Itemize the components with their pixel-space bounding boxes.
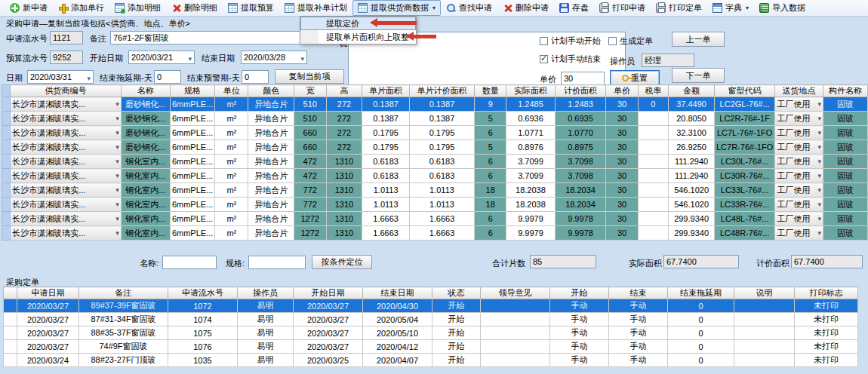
table-cell[interactable]: 未打印 (795, 354, 858, 367)
table-cell[interactable]: 工厂使用 (775, 212, 823, 226)
table-cell[interactable]: 111.2940 (669, 169, 715, 183)
table-cell[interactable]: 89#37-39F窗固玻 (79, 299, 168, 313)
table-cell[interactable]: 0 (668, 299, 734, 313)
table-cell[interactable]: 3.7098 (555, 155, 606, 169)
table-row[interactable]: 2020/03/2787#31-34F窗固玻1074易明2020/03/2720… (4, 313, 858, 326)
table-cell[interactable]: 开始 (432, 354, 481, 367)
table-cell[interactable]: 0 (668, 340, 734, 354)
table-cell[interactable]: 1272 (294, 226, 327, 241)
table-cell[interactable]: 长沙市潇湘玻璃实... (11, 169, 121, 183)
table-cell[interactable] (4, 340, 17, 354)
table-row[interactable]: 长沙市潇湘玻璃实...磨砂钢化...6mmPLE...m²异地合片6602720… (2, 140, 868, 155)
column-header[interactable]: 送货地点 (775, 85, 823, 97)
table-cell[interactable] (2, 97, 11, 112)
table-cell[interactable]: 299.9340 (669, 226, 715, 241)
table-cell[interactable]: 1.0113 (409, 198, 474, 212)
table-cell[interactable]: 手动 (609, 299, 668, 313)
end-warn-field[interactable]: 0 (242, 70, 269, 84)
table-cell[interactable] (4, 326, 17, 340)
table-cell[interactable]: LC33L-76#... (715, 183, 775, 198)
reset-button[interactable]: 重置 (610, 70, 660, 86)
table-cell[interactable]: 6 (475, 126, 506, 140)
column-header[interactable] (2, 85, 11, 97)
table-cell[interactable]: 6mmPLE... (170, 212, 214, 226)
table-cell[interactable]: 异地合片 (248, 97, 294, 112)
table-cell[interactable]: 手动 (550, 313, 609, 326)
column-header[interactable]: 说明 (734, 287, 795, 299)
table-cell[interactable]: 1.0113 (409, 183, 474, 198)
toolbar-button-9[interactable]: 删除申请 (497, 0, 554, 16)
toolbar-button-13[interactable]: 字典▾ (707, 0, 754, 16)
table-cell[interactable]: 2020/03/27 (17, 299, 79, 313)
table-cell[interactable]: LC7R-76#-1FO (715, 140, 775, 155)
table-cell[interactable]: 易明 (238, 340, 294, 354)
table-cell[interactable]: 开始 (432, 313, 481, 326)
column-header[interactable]: 状态 (432, 287, 481, 299)
table-cell[interactable]: 1272 (294, 212, 327, 226)
table-cell[interactable] (638, 140, 668, 155)
table-cell[interactable]: 2020/03/27 (17, 326, 79, 340)
table-row[interactable]: 长沙市潇湘玻璃实...钢化室内...6mmPLE...m²异地合片4721310… (2, 155, 868, 169)
toolbar-button-11[interactable]: 打印申请 (594, 0, 651, 16)
toolbar-button-12[interactable]: 打印定单 (651, 0, 707, 16)
table-cell[interactable] (638, 183, 668, 198)
table-cell[interactable]: 1310 (326, 183, 362, 198)
column-header[interactable]: 单片计价面积 (409, 85, 474, 97)
table-row[interactable]: 长沙市潇湘玻璃实...钢化室内...6mmPLE...m²异地合片4721310… (2, 169, 868, 183)
table-cell[interactable]: 工厂使用 (775, 97, 823, 112)
table-cell[interactable]: 0.1795 (409, 126, 474, 140)
table-cell[interactable]: 2020/03/25 (294, 354, 363, 367)
table-cell[interactable]: 长沙市潇湘玻璃实... (11, 212, 121, 226)
table-cell[interactable]: 异地合片 (248, 169, 294, 183)
copy-current-button[interactable]: 复制当前项 (275, 69, 344, 84)
table-cell[interactable] (638, 198, 668, 212)
column-header[interactable]: 宽 (294, 85, 327, 97)
table-cell[interactable]: 易明 (238, 326, 294, 340)
table-cell[interactable]: 2020/03/27 (294, 299, 363, 313)
table-cell[interactable]: 1.2485 (506, 97, 555, 112)
table-cell[interactable]: 30 (606, 198, 638, 212)
table-cell[interactable]: 2020/04/12 (363, 340, 432, 354)
filter-name-input[interactable] (162, 256, 217, 269)
table-cell[interactable]: 固玻 (823, 140, 867, 155)
locate-by-condition-button[interactable]: 按条件定位 (312, 255, 372, 269)
checkbox-icon[interactable] (540, 37, 548, 45)
table-cell[interactable]: 0 (638, 97, 668, 112)
column-header[interactable]: 申请日期 (17, 287, 79, 299)
table-cell[interactable]: 0.1387 (362, 97, 409, 112)
table-cell[interactable]: 272 (326, 140, 362, 155)
table-row[interactable]: 2020/03/2488#23-27F门顶玻1035易明2020/03/2520… (4, 354, 858, 367)
table-row[interactable]: 长沙市潇湘玻璃实...钢化室内...6mmPLE...m²异地合片1272131… (2, 226, 868, 241)
table-cell[interactable]: 660 (294, 126, 327, 140)
column-header[interactable]: 实际面积 (506, 85, 555, 97)
table-cell[interactable]: 9.9979 (506, 226, 555, 241)
table-cell[interactable]: 固玻 (823, 126, 867, 140)
table-cell[interactable]: 1310 (326, 169, 362, 183)
table-cell[interactable] (638, 226, 668, 241)
table-cell[interactable]: 9 (475, 97, 506, 112)
table-cell[interactable]: 30 (606, 212, 638, 226)
table-cell[interactable]: LC30R-76#... (715, 169, 775, 183)
table-cell[interactable]: 长沙市潇湘玻璃实... (11, 126, 121, 140)
table-cell[interactable]: 30 (606, 140, 638, 155)
table-cell[interactable] (734, 354, 795, 367)
table-cell[interactable]: 2020/05/04 (363, 313, 432, 326)
table-cell[interactable]: 1074 (168, 313, 238, 326)
table-cell[interactable]: m² (215, 169, 248, 183)
table-cell[interactable] (638, 212, 668, 226)
column-header[interactable]: 税率 (638, 85, 668, 97)
table-cell[interactable]: 磨砂钢化... (121, 140, 170, 155)
column-header[interactable]: 高 (326, 85, 362, 97)
table-cell[interactable]: 18 (475, 198, 506, 212)
toolbar-button-8[interactable]: 查找申请 (441, 0, 497, 16)
table-cell[interactable]: 2020/05/10 (363, 326, 432, 340)
table-cell[interactable]: 1.6663 (409, 212, 474, 226)
table-cell[interactable]: 易明 (238, 299, 294, 313)
table-cell[interactable]: 钢化室内... (121, 155, 170, 169)
column-header[interactable]: 名称 (121, 85, 170, 97)
table-cell[interactable]: 工厂使用 (775, 126, 823, 140)
table-cell[interactable]: 30 (606, 183, 638, 198)
table-cell[interactable]: 1.0770 (555, 126, 606, 140)
table-cell[interactable]: 易明 (238, 354, 294, 367)
table-cell[interactable]: 异地合片 (248, 155, 294, 169)
